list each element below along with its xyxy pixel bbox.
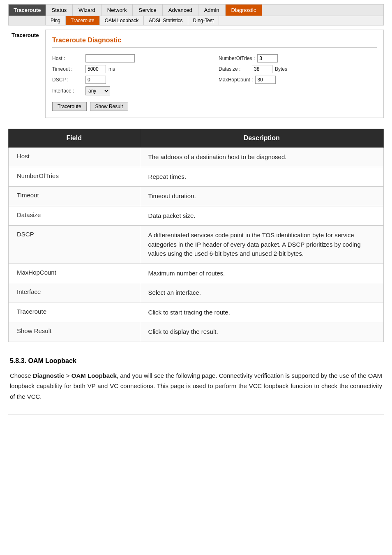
oam-loopback-bold: OAM Loopback (71, 372, 117, 379)
nav-tab-service[interactable]: Service (133, 5, 162, 16)
field-cell-3: Datasize (9, 206, 140, 226)
oam-heading: 5.8.3. OAM Loopback (10, 355, 382, 366)
host-input[interactable] (85, 54, 135, 62)
form-left: Host : Timeout : ms DSCP : Interface : a… (52, 54, 210, 95)
timeout-input[interactable] (85, 65, 106, 73)
sidebar-item-traceroute[interactable]: Traceroute (8, 30, 45, 41)
form-grid: Host : Timeout : ms DSCP : Interface : a… (52, 54, 377, 95)
timeout-label: Timeout : (52, 66, 83, 72)
desc-cell-3: Data packet size. (140, 206, 383, 226)
timeout-row: Timeout : ms (52, 65, 210, 73)
nav-wrapper: Traceroute StatusWizardNetworkServiceAdv… (0, 0, 392, 25)
numtries-label: NumberOfTries : (219, 56, 255, 61)
sub-nav-tab-ping[interactable]: Ping (46, 16, 66, 25)
diagnostic-bold: Diagnostic (33, 372, 65, 379)
form-buttons: Traceroute Show Result (52, 102, 377, 111)
nav-tab-status[interactable]: Status (46, 5, 73, 16)
host-label: Host : (52, 56, 83, 61)
dscp-input[interactable] (85, 76, 106, 84)
oam-paragraph: Choose Diagnostic > OAM Loopback, and yo… (10, 370, 382, 402)
sub-nav-tab-oam-loopback[interactable]: OAM Loopback (100, 16, 144, 25)
sub-nav-tab-ding-test[interactable]: Ding-Test (188, 16, 219, 25)
col-field-header: Field (9, 129, 140, 148)
nav-tabs-top: StatusWizardNetworkServiceAdvancedAdminD… (46, 5, 383, 16)
datasize-row: Datasize : Bytes (219, 65, 377, 73)
sub-nav-tab-adsl-statistics[interactable]: ADSL Statistics (144, 16, 188, 25)
panel-title: Traceroute Diagnostic (52, 37, 377, 48)
field-cell-8: Show Result (9, 322, 140, 342)
maxhopcount-label: MaxHopCount : (219, 77, 253, 83)
nav-tab-wizard[interactable]: Wizard (73, 5, 101, 16)
datasize-unit: Bytes (275, 66, 287, 72)
nav-tab-admin[interactable]: Admin (198, 5, 226, 16)
dscp-row: DSCP : (52, 76, 210, 84)
main-area: Traceroute Traceroute Diagnostic Host : … (0, 25, 392, 122)
maxhopcount-row: MaxHopCount : (219, 76, 377, 84)
field-cell-2: Timeout (9, 187, 140, 206)
desc-cell-4: A differentiated services code point in … (140, 226, 383, 264)
datasize-input[interactable] (252, 65, 272, 73)
numtries-input[interactable] (257, 54, 278, 62)
show-result-button[interactable]: Show Result (90, 102, 128, 111)
field-table: Field Description HostThe address of a d… (8, 129, 384, 342)
host-row: Host : (52, 54, 210, 62)
interface-label: Interface : (52, 88, 83, 94)
traceroute-button[interactable]: Traceroute (52, 102, 87, 111)
col-desc-header: Description (140, 129, 383, 148)
desc-cell-6: Select an interface. (140, 283, 383, 303)
field-cell-6: Interface (9, 283, 140, 303)
nav-tab-diagnostic[interactable]: Diagnostic (226, 5, 263, 16)
content-panel: Traceroute Diagnostic Host : Timeout : m… (45, 30, 384, 118)
desc-cell-1: Repeat times. (140, 167, 383, 187)
field-cell-5: MaxHopCount (9, 264, 140, 283)
desc-cell-0: The address of a destination host to be … (140, 148, 383, 167)
interface-select[interactable]: any (85, 86, 110, 95)
sub-nav: PingTracerouteOAM LoopbackADSL Statistic… (8, 16, 384, 25)
form-right: NumberOfTries : Datasize : Bytes MaxHopC… (219, 54, 377, 95)
sub-nav-label (9, 16, 46, 25)
nav-label: Traceroute (9, 5, 46, 16)
interface-row: Interface : any (52, 86, 210, 95)
maxhopcount-input[interactable] (255, 76, 276, 84)
field-cell-1: NumberOfTries (9, 167, 140, 187)
top-nav: Traceroute StatusWizardNetworkServiceAdv… (8, 4, 384, 16)
nav-tab-network[interactable]: Network (101, 5, 133, 16)
timeout-unit: ms (108, 66, 115, 72)
field-cell-4: DSCP (9, 226, 140, 264)
datasize-label: Datasize : (219, 66, 249, 72)
sidebar: Traceroute (8, 30, 45, 118)
sub-nav-tabs: PingTracerouteOAM LoopbackADSL Statistic… (46, 16, 219, 25)
numtries-row: NumberOfTries : (219, 54, 377, 62)
desc-cell-8: Click to display the result. (140, 322, 383, 342)
field-cell-0: Host (9, 148, 140, 167)
desc-cell-7: Click to start tracing the route. (140, 303, 383, 322)
sub-nav-tab-traceroute[interactable]: Traceroute (66, 16, 100, 25)
desc-cell-2: Timeout duration. (140, 187, 383, 206)
desc-cell-5: Maximum number of routes. (140, 264, 383, 283)
nav-tab-advanced[interactable]: Advanced (163, 5, 198, 16)
field-cell-7: Traceroute (9, 303, 140, 322)
bottom-section: 5.8.3. OAM Loopback Choose Diagnostic > … (0, 349, 392, 414)
dscp-label: DSCP : (52, 77, 83, 83)
bottom-rule (8, 414, 384, 414)
